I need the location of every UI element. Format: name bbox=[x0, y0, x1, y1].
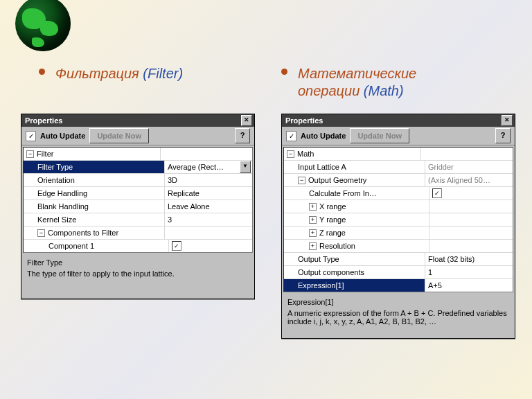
property-grid: −Filter Filter Type Average (Rect…▼ Orie… bbox=[23, 147, 253, 253]
expand-icon[interactable]: + bbox=[309, 229, 317, 237]
root-label: Math bbox=[297, 150, 314, 158]
collapse-icon[interactable]: − bbox=[26, 150, 34, 158]
update-now-button[interactable]: Update Now bbox=[350, 128, 409, 143]
row-components[interactable]: −Components to Filter bbox=[24, 227, 252, 240]
prop-value: Leave Alone bbox=[168, 202, 210, 211]
description-body: The type of filter to apply to the input… bbox=[27, 269, 249, 278]
prop-label: Y range bbox=[319, 215, 346, 224]
titlebar-text: Properties bbox=[285, 116, 323, 125]
collapse-icon[interactable]: − bbox=[298, 177, 305, 184]
prop-label: Component 1 bbox=[48, 242, 94, 250]
row-component-1[interactable]: Component 1 ✓ bbox=[24, 240, 252, 252]
heading-filter: Фильтрация (Filter) bbox=[55, 65, 183, 82]
prop-label: Z range bbox=[319, 229, 346, 237]
expand-icon[interactable]: + bbox=[309, 216, 317, 224]
prop-label: Edge Handling bbox=[37, 189, 87, 197]
prop-value: A+5 bbox=[428, 281, 442, 290]
prop-value: 3D bbox=[168, 176, 177, 184]
properties-panel-math: Properties ✕ ✓ Auto Update Update Now ? … bbox=[281, 114, 515, 339]
collapse-icon[interactable]: − bbox=[287, 150, 294, 158]
bullet-icon bbox=[39, 69, 45, 75]
earth-icon bbox=[15, 0, 71, 51]
description-box: Expression[1] A numeric expression of th… bbox=[282, 294, 515, 338]
close-icon[interactable]: ✕ bbox=[241, 115, 252, 126]
collapse-icon[interactable]: − bbox=[37, 229, 45, 237]
titlebar-text: Properties bbox=[25, 116, 62, 125]
description-box: Filter Type The type of filter to apply … bbox=[21, 254, 254, 299]
prop-value: Replicate bbox=[168, 189, 200, 197]
heading-filter-text: Фильтрация bbox=[55, 66, 139, 81]
grid-root-row[interactable]: −Filter bbox=[24, 148, 252, 161]
prop-label: Resolution bbox=[319, 242, 355, 250]
chevron-down-icon[interactable]: ▼ bbox=[240, 161, 251, 173]
prop-label: X range bbox=[319, 202, 346, 211]
auto-update-label: Auto Update bbox=[301, 132, 346, 140]
titlebar[interactable]: Properties ✕ bbox=[21, 114, 254, 127]
prop-label: Output components bbox=[298, 268, 364, 276]
prop-value: Gridder bbox=[428, 163, 454, 171]
row-blank-handling[interactable]: Blank Handling Leave Alone bbox=[24, 200, 252, 213]
row-input-lattice-a[interactable]: Input Lattice A Gridder bbox=[284, 161, 513, 174]
heading-math-paren: (Math) bbox=[360, 83, 403, 98]
heading-math: Математические операции (Math) bbox=[298, 65, 464, 100]
toolbar: ✓ Auto Update Update Now ? bbox=[282, 127, 515, 145]
prop-label: Orientation bbox=[37, 176, 75, 184]
help-button[interactable]: ? bbox=[235, 128, 250, 143]
row-orientation[interactable]: Orientation 3D bbox=[24, 174, 252, 187]
root-label: Filter bbox=[37, 150, 53, 158]
row-expression-1[interactable]: Expression[1] A+5 bbox=[284, 279, 513, 292]
bullet-icon bbox=[281, 69, 287, 75]
prop-label: Output Geometry bbox=[308, 176, 366, 184]
row-resolution[interactable]: +Resolution bbox=[284, 240, 513, 253]
toolbar: ✓ Auto Update Update Now ? bbox=[21, 127, 254, 145]
heading-filter-paren: (Filter) bbox=[139, 66, 183, 81]
grid-root-row[interactable]: −Math bbox=[284, 148, 513, 161]
prop-label: Calculate From In… bbox=[309, 189, 377, 197]
expand-icon[interactable]: + bbox=[309, 242, 317, 250]
row-kernel-size[interactable]: Kernel Size 3 bbox=[24, 213, 252, 227]
auto-update-label: Auto Update bbox=[40, 132, 85, 140]
prop-value: 3 bbox=[168, 215, 172, 224]
row-output-geometry[interactable]: −Output Geometry (Axis Aligned 50… bbox=[284, 174, 513, 187]
update-now-button[interactable]: Update Now bbox=[89, 128, 149, 143]
close-icon[interactable]: ✕ bbox=[502, 115, 513, 126]
prop-label: Filter Type bbox=[37, 163, 73, 171]
prop-value: (Axis Aligned 50… bbox=[428, 176, 490, 184]
auto-update-checkbox[interactable]: ✓ bbox=[286, 131, 296, 141]
prop-label: Components to Filter bbox=[48, 229, 118, 237]
prop-value: Float (32 bits) bbox=[428, 255, 475, 263]
help-button[interactable]: ? bbox=[495, 128, 511, 143]
prop-label: Output Type bbox=[298, 255, 339, 263]
top-band bbox=[0, 4, 532, 43]
prop-value: 1 bbox=[428, 268, 432, 276]
row-y-range[interactable]: +Y range bbox=[284, 213, 513, 227]
row-output-components[interactable]: Output components 1 bbox=[284, 266, 513, 279]
row-z-range[interactable]: +Z range bbox=[284, 227, 513, 240]
row-edge-handling[interactable]: Edge Handling Replicate bbox=[24, 187, 252, 200]
row-output-type[interactable]: Output Type Float (32 bits) bbox=[284, 253, 513, 266]
description-title: Filter Type bbox=[27, 258, 249, 267]
auto-update-checkbox[interactable]: ✓ bbox=[26, 131, 36, 141]
prop-label: Blank Handling bbox=[37, 202, 89, 211]
titlebar[interactable]: Properties ✕ bbox=[282, 114, 515, 127]
checkbox-icon[interactable]: ✓ bbox=[172, 241, 181, 251]
checkbox-icon[interactable]: ✓ bbox=[432, 188, 442, 198]
property-grid: −Math Input Lattice A Gridder −Output Ge… bbox=[283, 147, 513, 292]
description-body: A numeric expression of the form A + B +… bbox=[287, 309, 509, 326]
prop-label: Input Lattice A bbox=[298, 163, 346, 171]
prop-label: Kernel Size bbox=[37, 215, 76, 224]
expand-icon[interactable]: + bbox=[309, 203, 317, 211]
prop-label: Expression[1] bbox=[298, 281, 344, 290]
row-filter-type[interactable]: Filter Type Average (Rect…▼ bbox=[24, 161, 252, 174]
properties-panel-filter: Properties ✕ ✓ Auto Update Update Now ? … bbox=[21, 114, 255, 299]
prop-value: Average (Rect… bbox=[168, 163, 224, 171]
row-x-range[interactable]: +X range bbox=[284, 200, 513, 213]
description-title: Expression[1] bbox=[287, 298, 509, 306]
row-calc-from-in[interactable]: Calculate From In… ✓ bbox=[284, 187, 513, 200]
